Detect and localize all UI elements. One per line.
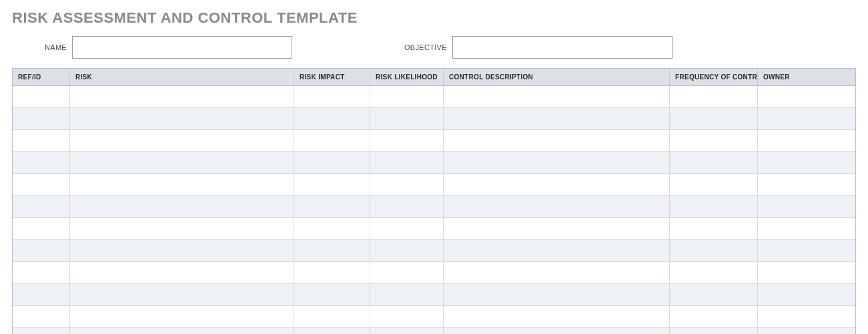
table-row[interactable] [13,174,855,196]
cell-owner[interactable] [758,262,853,283]
cell-refid[interactable] [13,152,70,173]
cell-risk[interactable] [70,174,294,195]
cell-refid[interactable] [13,196,70,217]
cell-refid[interactable] [13,262,70,283]
cell-refid[interactable] [13,174,70,195]
cell-risk[interactable] [70,196,294,217]
cell-likelihood[interactable] [370,218,444,239]
cell-risk[interactable] [70,328,294,334]
cell-impact[interactable] [294,108,370,129]
table-row[interactable] [13,240,855,262]
cell-refid[interactable] [13,108,70,129]
cell-likelihood[interactable] [370,152,444,173]
table-row[interactable] [13,86,855,108]
cell-likelihood[interactable] [370,328,444,334]
cell-frequency[interactable] [670,306,758,327]
cell-risk[interactable] [70,284,294,305]
cell-owner[interactable] [758,306,853,327]
cell-likelihood[interactable] [370,130,444,151]
cell-refid[interactable] [13,306,70,327]
cell-risk[interactable] [70,262,294,283]
cell-frequency[interactable] [670,174,758,195]
table-row[interactable] [13,152,855,174]
cell-frequency[interactable] [670,196,758,217]
cell-frequency[interactable] [670,86,758,107]
cell-likelihood[interactable] [370,86,444,107]
cell-owner[interactable] [758,218,853,239]
cell-risk[interactable] [70,86,294,107]
cell-owner[interactable] [758,108,853,129]
cell-risk[interactable] [70,218,294,239]
cell-likelihood[interactable] [370,174,444,195]
cell-frequency[interactable] [670,240,758,261]
cell-control[interactable] [444,86,670,107]
table-row[interactable] [13,130,855,152]
table-row[interactable] [13,218,855,240]
cell-risk[interactable] [70,152,294,173]
cell-owner[interactable] [758,284,853,305]
cell-impact[interactable] [294,174,370,195]
cell-owner[interactable] [758,174,853,195]
cell-refid[interactable] [13,284,70,305]
cell-frequency[interactable] [670,262,758,283]
cell-impact[interactable] [294,152,370,173]
cell-likelihood[interactable] [370,306,444,327]
table-row[interactable] [13,196,855,218]
cell-refid[interactable] [13,130,70,151]
cell-likelihood[interactable] [370,240,444,261]
cell-impact[interactable] [294,262,370,283]
cell-risk[interactable] [70,130,294,151]
cell-risk[interactable] [70,108,294,129]
cell-impact[interactable] [294,328,370,334]
cell-frequency[interactable] [670,130,758,151]
cell-frequency[interactable] [670,108,758,129]
table-row[interactable] [13,262,855,284]
cell-impact[interactable] [294,130,370,151]
cell-control[interactable] [444,152,670,173]
cell-control[interactable] [444,240,670,261]
cell-frequency[interactable] [670,152,758,173]
cell-control[interactable] [444,130,670,151]
cell-refid[interactable] [13,328,70,334]
cell-owner[interactable] [758,86,853,107]
cell-owner[interactable] [758,196,853,217]
cell-impact[interactable] [294,306,370,327]
cell-impact[interactable] [294,86,370,107]
cell-risk[interactable] [70,306,294,327]
cell-control[interactable] [444,306,670,327]
objective-input[interactable] [452,36,673,59]
cell-control[interactable] [444,218,670,239]
cell-impact[interactable] [294,218,370,239]
cell-likelihood[interactable] [370,262,444,283]
cell-likelihood[interactable] [370,196,444,217]
cell-frequency[interactable] [670,218,758,239]
cell-control[interactable] [444,196,670,217]
cell-owner[interactable] [758,130,853,151]
cell-impact[interactable] [294,284,370,305]
name-input[interactable] [72,36,292,59]
cell-control[interactable] [444,284,670,305]
cell-impact[interactable] [294,240,370,261]
table-row[interactable] [13,284,855,306]
table-header-row: REF/ID RISK RISK IMPACT RISK LIKELIHOOD … [13,69,855,86]
cell-frequency[interactable] [670,284,758,305]
cell-refid[interactable] [13,86,70,107]
cell-impact[interactable] [294,196,370,217]
cell-refid[interactable] [13,240,70,261]
cell-control[interactable] [444,328,670,334]
table-row[interactable] [13,108,855,130]
cell-control[interactable] [444,174,670,195]
cell-owner[interactable] [758,240,853,261]
cell-owner[interactable] [758,152,853,173]
risk-table: REF/ID RISK RISK IMPACT RISK LIKELIHOOD … [12,68,856,334]
table-row[interactable] [13,328,855,334]
cell-control[interactable] [444,108,670,129]
cell-frequency[interactable] [670,328,758,334]
cell-risk[interactable] [70,240,294,261]
cell-owner[interactable] [758,328,853,334]
table-row[interactable] [13,306,855,328]
cell-control[interactable] [444,262,670,283]
cell-likelihood[interactable] [370,108,444,129]
cell-refid[interactable] [13,218,70,239]
cell-likelihood[interactable] [370,284,444,305]
